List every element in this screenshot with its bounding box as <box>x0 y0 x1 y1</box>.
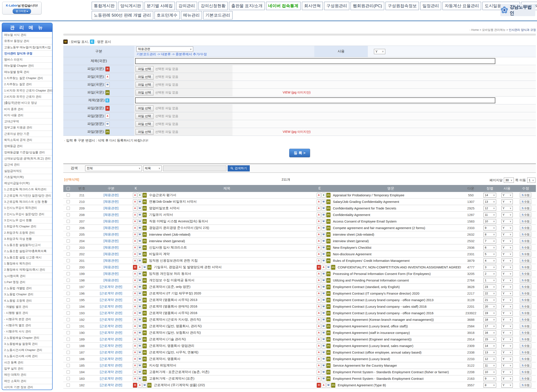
title-en-input[interactable] <box>135 97 495 103</box>
row-category-link[interactable]: [근로계약 관련] <box>100 285 122 289</box>
row-use-select[interactable]: Y∨ <box>501 370 513 374</box>
sidebar-item[interactable]: 1.Part 명칭 관리 <box>2 279 52 285</box>
row-sort-select[interactable]: 12∨ <box>484 206 496 211</box>
row-checkbox[interactable] <box>67 305 70 308</box>
row-category-link[interactable]: [채용관련] <box>103 278 118 282</box>
row-sort-select[interactable]: 19∨ <box>484 311 496 316</box>
row-sort-select[interactable]: 23∨ <box>484 285 496 289</box>
sidebar-item[interactable]: 메인 소목차 관리 <box>2 378 52 384</box>
row-category-link[interactable]: [채용관련] <box>103 259 118 262</box>
row-use-select[interactable]: Y∨ <box>501 212 513 217</box>
row-use-select[interactable]: Y∨ <box>501 383 513 388</box>
row-sort-select[interactable]: 10∨ <box>484 219 496 224</box>
english-file-icons[interactable]: AWJPG <box>317 376 331 381</box>
row-category-link[interactable]: [채용관련] <box>103 200 118 203</box>
row-edit-button[interactable]: ⇅수정 <box>520 297 531 303</box>
use-select[interactable]: Y ∨ <box>374 49 385 54</box>
english-file-icons[interactable]: AWJPG <box>317 278 331 283</box>
row-category-link[interactable]: [채용관련] <box>103 272 118 275</box>
sidebar-item[interactable]: 4.노동법 조항목 관리 <box>2 298 52 304</box>
row-edit-button[interactable]: ⇅수정 <box>520 311 531 316</box>
sidebar-item[interactable]: 1.취업규칙 Chapter 관리 <box>2 224 52 229</box>
sidebar-item[interactable]: 사건 등록 관리 <box>2 359 52 366</box>
row-edit-button[interactable]: ⇅수정 <box>520 206 531 211</box>
row-sort-select[interactable]: 4∨ <box>484 258 496 263</box>
logout-button[interactable]: 로그아웃 ▸ <box>13 9 31 14</box>
row-use-select[interactable]: Y∨ <box>501 298 513 303</box>
row-checkbox[interactable] <box>67 226 70 229</box>
korean-file-icons[interactable]: AWJPG <box>133 344 147 348</box>
korean-file-icons[interactable]: HAWJPG <box>133 383 152 388</box>
row-use-select[interactable]: Y∨ <box>501 291 513 296</box>
english-file-icons[interactable]: AWJPG <box>317 212 331 217</box>
english-file-icons[interactable]: HAWJPG <box>317 383 336 388</box>
row-category-link[interactable]: [채용관련] <box>103 213 118 216</box>
nav-button[interactable]: 회사연혁 <box>302 2 323 10</box>
sidebar-item[interactable]: 예상지급일수(이력) <box>2 180 52 186</box>
english-file-icons[interactable]: AWJPG <box>317 357 331 361</box>
korean-file-icons[interactable]: AWJPG <box>133 291 147 296</box>
row-checkbox[interactable] <box>67 364 70 367</box>
row-edit-button[interactable]: ⇅수정 <box>520 232 531 237</box>
english-file-icons[interactable]: AWJPG <box>317 291 331 296</box>
korean-file-icons[interactable]: AWJPG <box>133 278 147 283</box>
row-sort-select[interactable]: 14∨ <box>484 193 496 198</box>
row-use-select[interactable]: Y∨ <box>501 239 513 243</box>
row-checkbox[interactable] <box>67 318 70 321</box>
select-all-checkbox[interactable] <box>67 187 70 190</box>
file-select-button[interactable]: 파일 선택 <box>136 106 153 111</box>
row-checkbox[interactable] <box>67 325 70 328</box>
english-file-icons[interactable]: HAWJPG <box>317 265 336 270</box>
row-category-link[interactable]: [채용관련] <box>103 206 118 210</box>
row-use-select[interactable]: Y∨ <box>501 317 513 322</box>
row-edit-button[interactable]: ⇅수정 <box>520 212 531 217</box>
row-sort-select[interactable]: 21∨ <box>484 298 496 303</box>
row-sort-select[interactable]: 17∨ <box>484 324 496 329</box>
row-sort-select[interactable]: 11∨ <box>484 363 496 368</box>
row-edit-button[interactable]: ⇅수정 <box>520 252 531 257</box>
row-category-link[interactable]: [근로계약 관련] <box>100 331 122 334</box>
search-scope-select[interactable]: 전체 ∨ <box>85 166 142 171</box>
row-edit-button[interactable]: ⇅수정 <box>520 225 531 230</box>
row-category-link[interactable]: [채용관련] <box>103 226 118 229</box>
row-sort-select[interactable]: 14∨ <box>484 344 496 348</box>
row-sort-select[interactable]: 2∨ <box>484 271 496 276</box>
english-file-icons[interactable]: AWJPG <box>317 363 331 368</box>
row-sort-select[interactable]: 9∨ <box>484 226 496 230</box>
row-checkbox[interactable] <box>67 193 70 197</box>
nav-button[interactable]: 출판물 표지/소개 <box>229 2 265 10</box>
english-file-icons[interactable]: AWJPG <box>317 304 331 309</box>
row-checkbox[interactable] <box>67 252 70 256</box>
english-file-icons[interactable]: AWJPG <box>317 370 331 374</box>
sidebar-item[interactable]: 3.취업규칙 작성 현황 <box>2 236 52 242</box>
sidebar-item[interactable]: 비자 종류 관리 <box>2 106 52 112</box>
korean-file-icons[interactable]: AWJPG <box>133 271 147 276</box>
sidebar-item[interactable]: 2.비자와 외국인 근로자 관리 <box>2 94 52 100</box>
sidebar-item[interactable]: 1.비자와 외국인 근로자 Chapter 관리 <box>2 88 52 94</box>
row-checkbox[interactable] <box>67 351 70 354</box>
delete-selected-link[interactable]: [선택삭제] <box>64 177 79 182</box>
korean-file-icons[interactable]: AWJPG <box>133 258 147 263</box>
sidebar-item[interactable]: 3.인사노무 감사 현황 <box>2 217 52 224</box>
sidebar-item[interactable]: - 개별법 별표 관리 <box>2 304 52 310</box>
page-move-select[interactable]: 1 ∨ <box>527 177 536 183</box>
row-edit-button[interactable]: ⇅수정 <box>520 245 531 250</box>
korean-file-icons[interactable]: AWJPG <box>133 219 147 224</box>
english-file-icons[interactable]: AWJPG <box>317 337 331 342</box>
row-use-select[interactable]: Y∨ <box>501 304 513 309</box>
row-use-select[interactable]: Y∨ <box>501 245 513 250</box>
row-category-link[interactable]: [근로계약 관련] <box>100 291 122 295</box>
sidebar-item[interactable]: 장해등급별 기준일/상실률 관리 <box>2 149 52 155</box>
row-category-link[interactable]: [근로계약 관련] <box>100 344 122 347</box>
sidebar-item[interactable]: 메인 대목차 관리 <box>2 372 52 378</box>
korean-file-icons[interactable]: AWJPG <box>133 285 147 289</box>
english-file-icons[interactable]: AWJPG <box>317 330 331 335</box>
row-use-select[interactable]: Y∨ <box>501 206 513 211</box>
korean-file-icons[interactable]: AWJPG <box>133 376 147 381</box>
korean-file-icons[interactable]: AWJPG <box>133 324 147 329</box>
row-category-link[interactable]: [채용관련] <box>103 232 118 236</box>
row-sort-select[interactable]: 9∨ <box>484 376 496 381</box>
sidebar-item[interactable]: 기초일액(이력) <box>2 174 52 180</box>
sidebar-item[interactable]: 2.행정해석 제목/질의/회시 관리 <box>2 267 52 273</box>
row-use-select[interactable]: Y∨ <box>501 285 513 289</box>
